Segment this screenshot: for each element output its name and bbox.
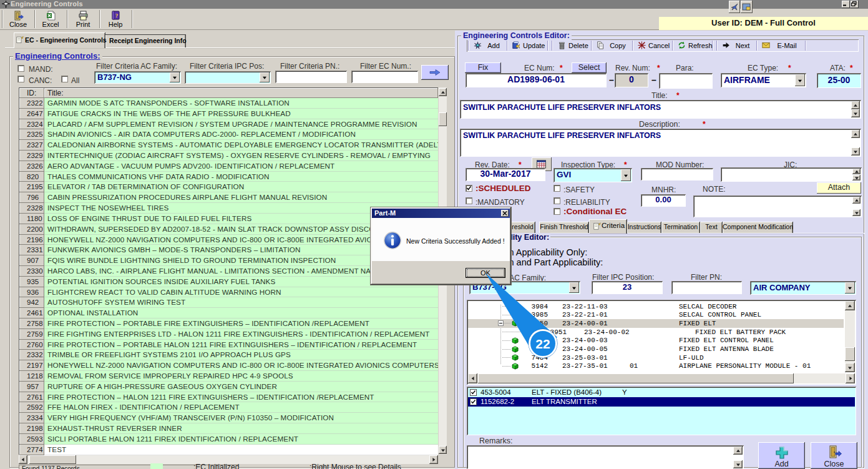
mnhr-input[interactable]: 0.00 <box>641 194 686 207</box>
tree-expander-minus[interactable] <box>498 320 504 326</box>
dropdown-arrow-icon[interactable] <box>260 72 270 82</box>
table-row[interactable]: 2760FIRE PROTECTION – PORTABLE HALON 121… <box>19 340 438 350</box>
editor-tab-text[interactable]: Text <box>700 222 723 233</box>
table-row[interactable]: 2322GARMIN MODE S ATC TRANSPONDERS - SOF… <box>19 98 438 109</box>
scroll-right-button[interactable] <box>429 455 438 464</box>
plane-tool-button[interactable] <box>729 1 740 13</box>
table-row[interactable]: 2461OPTIONAL INSTALLATION <box>19 308 438 318</box>
scroll-thumb[interactable] <box>845 347 855 361</box>
table-row[interactable]: 2195ELEVATOR / TAB DETERMINATION OF CONF… <box>19 182 438 192</box>
para-input[interactable] <box>659 73 713 89</box>
table-row[interactable]: 2197HONEYWELL NZ-2000 NAVIGATION COMPUTE… <box>19 360 438 371</box>
tree-row[interactable]: 514223-27-35-0101AIRPLANE PERSONALITY MO… <box>468 362 844 371</box>
tab-ec-engineering-controls[interactable]: EC - Engineering Controls <box>14 32 105 48</box>
part-row[interactable]: 1152682-2ELT TRANSMITTER <box>468 397 855 407</box>
table-row[interactable]: 2198EXHAUST-THRUST REVERSER INNER <box>19 423 438 434</box>
applic-add-button[interactable]: Add <box>758 442 805 469</box>
scroll-up-button[interactable] <box>733 447 743 455</box>
scroll-down-button[interactable] <box>852 209 861 216</box>
remarks-textarea[interactable] <box>467 445 744 469</box>
go-filter-button[interactable] <box>421 65 449 80</box>
rev-num-input[interactable]: 0 <box>615 73 648 87</box>
scroll-up-button[interactable] <box>439 88 447 96</box>
refresh-editor-button[interactable]: Refresh <box>673 41 712 51</box>
scroll-left-button[interactable] <box>19 455 27 464</box>
part-row[interactable]: 453-5004ELT - FIXED (B406-4)Y <box>468 388 855 397</box>
filter-ipc-combo[interactable] <box>185 71 271 84</box>
next-editor-button[interactable]: Next <box>718 41 756 51</box>
applic-ipc-input[interactable]: 23 <box>592 281 663 294</box>
dropdown-arrow-icon[interactable] <box>795 74 805 86</box>
tree-row[interactable]: 395123-24-00-02FIXED ELT BATTERY PACK <box>468 328 844 337</box>
scroll-up-button[interactable] <box>851 101 860 109</box>
safety-checkbox[interactable] <box>553 185 560 192</box>
part-checkbox[interactable] <box>470 398 477 405</box>
table-row[interactable]: 2332TRIMBLE OR FREEFLIGHT SYSTEMS 2101 I… <box>19 350 438 360</box>
scroll-down-button[interactable] <box>439 446 447 454</box>
scroll-left-button[interactable] <box>468 373 477 383</box>
editor-tab-finish-threshold[interactable]: Finish Threshold <box>539 222 589 233</box>
copy-editor-button[interactable]: Copy <box>592 41 632 51</box>
ec-type-combo[interactable]: AIRFRAME <box>721 73 806 87</box>
title-textarea[interactable]: SWITLIK PARACHUTE LIFE PRESERVER INFLATO… <box>460 100 861 119</box>
table-row[interactable]: 2758FIRE PROTECTION – PORTABLE FIRE EXTI… <box>19 318 438 329</box>
scroll-down-button[interactable] <box>733 460 743 468</box>
add-editor-button[interactable]: Add <box>469 41 507 51</box>
mand-checkbox[interactable] <box>17 65 24 72</box>
table-row[interactable]: 796CABIN PRESSURIZATION PROCEDURES AIRPL… <box>19 192 438 203</box>
fix-button[interactable]: Fix <box>465 62 501 73</box>
table-row[interactable]: 2325SHADIN AVIONICS - AIR DATA COMPUTERS… <box>19 129 438 140</box>
attach-button[interactable]: Attach <box>817 182 861 194</box>
table-row[interactable]: 2324PLACARD / AFM SUPPLEMENT REVISION / … <box>19 119 438 130</box>
col-header-id[interactable]: ID: <box>19 88 44 98</box>
scroll-right-button[interactable] <box>846 373 855 383</box>
photo-tool-button[interactable] <box>741 1 753 13</box>
note-textarea[interactable] <box>693 195 862 217</box>
table-row[interactable]: 1218REMOVAL FROM SERVICE IMPROPERLY REPA… <box>19 371 438 382</box>
company-combo[interactable]: AIR COMPANY <box>750 281 856 295</box>
table-row[interactable]: 2761FIRE PROTECTION – HALON 1211 FIRE EX… <box>19 392 438 403</box>
scroll-down-button[interactable] <box>851 109 860 117</box>
tree-row[interactable]: 395223-24-00-03FIXED ELT CONTROL PANEL <box>468 337 844 345</box>
scroll-up-button[interactable] <box>845 301 855 310</box>
applic-pn-input[interactable] <box>671 281 742 294</box>
tree-row[interactable]: 395023-24-00-01FIXED ELT <box>468 319 844 328</box>
table-row[interactable]: 942AUTOSHUTOFF SYSTEM WIRING TEST <box>19 297 438 308</box>
dropdown-arrow-icon[interactable] <box>170 72 180 82</box>
dialog-ok-button[interactable]: OK <box>466 268 505 278</box>
close-toolbar-button[interactable]: Close <box>3 10 33 29</box>
table-row[interactable]: 2647FATIGUE CRACKS IN THE WEBS OF THE AF… <box>19 109 438 119</box>
ata-input[interactable]: 25-00 <box>817 73 861 88</box>
inspection-type-combo[interactable]: GVI <box>553 168 632 182</box>
table-row[interactable]: 2327CALEDONIAN AIRBORNE SYSTEMS - AUTOMA… <box>19 140 438 151</box>
scroll-up-button[interactable] <box>852 197 861 204</box>
dropdown-arrow-icon[interactable] <box>845 282 855 294</box>
scroll-down-button[interactable] <box>845 363 855 372</box>
rev-date-input[interactable]: 30-Mar-2017 <box>466 168 545 181</box>
reliability-checkbox[interactable] <box>553 197 560 204</box>
table-row[interactable]: 2329INTERTECHNIQUE (ZODIAC AIRCRAFT SYST… <box>19 151 438 161</box>
tree-vscrollbar[interactable] <box>845 301 855 372</box>
table-row[interactable]: 820THALES COMMUNICATIONS VHF DATA RADIO … <box>19 172 438 182</box>
dialog-close-button[interactable] <box>501 210 509 217</box>
table-row[interactable]: 2334VERY HIGH FREQUENCY (VHF/AM) TRANSCE… <box>19 413 438 423</box>
scroll-down-button[interactable] <box>851 147 860 156</box>
tree-row[interactable]: 398523-22-21-01SELCAL CONTROL PANEL <box>468 311 844 320</box>
mod-number-input[interactable] <box>641 168 713 180</box>
col-header-title[interactable]: Title: <box>44 88 438 98</box>
scroll-down-button[interactable] <box>852 175 861 180</box>
tab-receipt-engineering-info[interactable]: Receipt Engineering Info <box>105 34 186 47</box>
print-toolbar-button[interactable]: Print <box>68 10 98 29</box>
filter-ecnum-input[interactable] <box>351 71 418 83</box>
description-textarea[interactable]: SWITLIK PARACHUTE LIFE PRESERVER INFLATO… <box>460 129 861 157</box>
excel-toolbar-button[interactable]: Excel <box>36 10 66 29</box>
jic-textarea[interactable] <box>721 167 862 182</box>
dropdown-arrow-icon[interactable] <box>621 169 631 181</box>
cancel-editor-button[interactable]: Cancel <box>633 41 672 51</box>
mandatory-checkbox[interactable] <box>466 197 472 204</box>
editor-tab-criteria[interactable]: Criteria <box>589 219 627 234</box>
tree-row[interactable]: 748423-25-03-01LF-ULD <box>468 353 844 362</box>
dropdown-arrow-icon[interactable] <box>569 282 579 293</box>
conditional-ec-checkbox[interactable] <box>553 208 560 215</box>
scroll-up-button[interactable] <box>852 169 861 174</box>
